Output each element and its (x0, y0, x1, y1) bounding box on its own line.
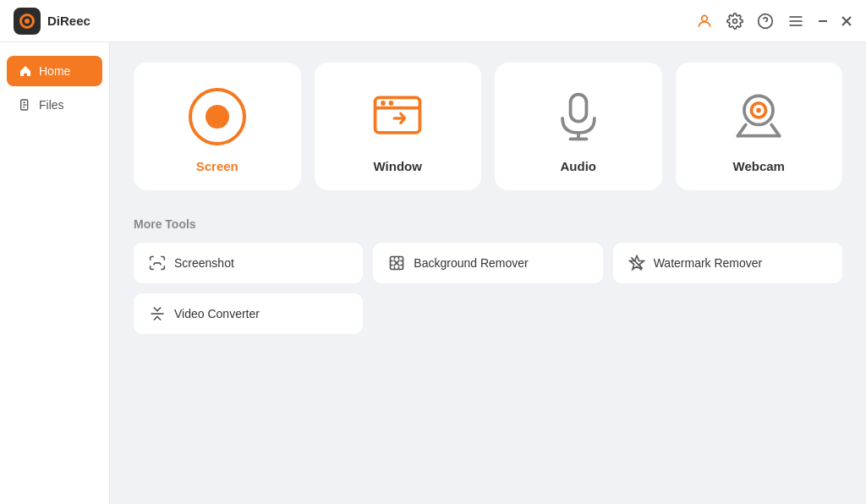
minimize-button[interactable] (817, 15, 829, 27)
svg-rect-18 (570, 95, 586, 122)
audio-card-label: Audio (561, 159, 597, 173)
svg-line-25 (154, 263, 155, 266)
watermark-remover-icon (628, 255, 645, 271)
background-remover-icon (388, 255, 405, 271)
svg-point-0 (702, 15, 708, 21)
account-icon[interactable] (695, 12, 714, 30)
watermark-remover-label: Watermark Remover (654, 256, 763, 270)
app-logo: DiReec (14, 8, 90, 35)
logo-circle (19, 14, 35, 29)
sidebar-item-home[interactable]: Home (7, 56, 102, 86)
logo-dot (25, 19, 30, 24)
home-icon (19, 64, 32, 78)
help-icon[interactable] (756, 12, 775, 30)
tool-video-converter[interactable]: Video Converter (134, 293, 363, 334)
audio-card-icon (548, 86, 609, 147)
settings-icon[interactable] (726, 12, 744, 30)
webcam-card-label: Webcam (733, 159, 785, 173)
svg-point-16 (381, 101, 386, 106)
tool-watermark-remover[interactable]: Watermark Remover (613, 243, 842, 283)
card-webcam[interactable]: Webcam (676, 63, 843, 190)
screen-outer-circle (189, 88, 246, 145)
logo-icon (14, 8, 41, 35)
main-content: Screen Window (110, 42, 866, 504)
video-converter-icon (149, 305, 166, 322)
more-tools-title: More Tools (134, 217, 842, 231)
tools-grid: Screenshot Background Remover (134, 243, 842, 334)
app-name: DiReec (47, 14, 90, 28)
tool-background-remover[interactable]: Background Remover (373, 243, 602, 283)
app-body: Home Files Screen (0, 42, 866, 504)
screenshot-label: Screenshot (174, 256, 234, 270)
svg-point-23 (756, 108, 761, 113)
svg-point-1 (733, 19, 737, 23)
window-card-icon (367, 86, 428, 147)
title-bar-controls (695, 12, 852, 30)
background-remover-label: Background Remover (414, 256, 528, 270)
close-button[interactable] (841, 15, 852, 27)
more-tools-section: More Tools Screenshot (134, 217, 842, 334)
recording-cards: Screen Window (134, 63, 842, 190)
sidebar: Home Files (0, 42, 110, 504)
screen-card-icon (187, 86, 248, 147)
video-converter-label: Video Converter (174, 307, 260, 320)
webcam-card-icon (728, 86, 789, 147)
screen-inner-circle (206, 105, 229, 129)
sidebar-home-label: Home (39, 64, 70, 78)
sidebar-item-files[interactable]: Files (7, 90, 102, 120)
files-icon (19, 98, 32, 112)
card-screen[interactable]: Screen (134, 63, 301, 190)
window-card-label: Window (374, 159, 422, 173)
menu-icon[interactable] (787, 12, 805, 30)
screen-card-label: Screen (196, 159, 238, 173)
card-audio[interactable]: Audio (495, 63, 662, 190)
svg-point-17 (389, 101, 394, 106)
title-bar: DiReec (0, 0, 866, 42)
card-window[interactable]: Window (315, 63, 482, 190)
tool-screenshot[interactable]: Screenshot (134, 243, 363, 283)
svg-line-26 (160, 263, 161, 266)
sidebar-files-label: Files (39, 98, 64, 112)
screenshot-icon (149, 255, 166, 271)
